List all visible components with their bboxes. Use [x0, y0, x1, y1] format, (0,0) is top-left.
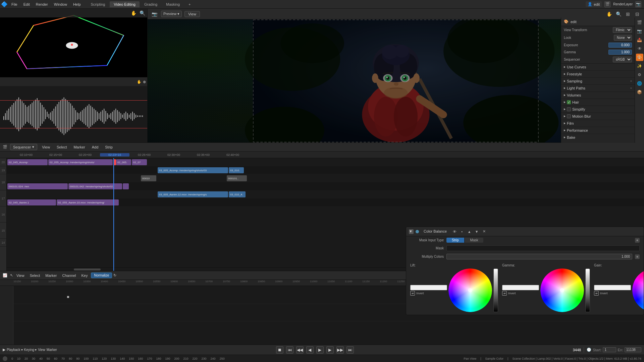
seq-menu-marker[interactable]: Marker [71, 144, 87, 150]
clip-02065[interactable]: 02_065. [116, 159, 131, 165]
preview-mode-select[interactable]: Preview ▾ [161, 11, 182, 17]
prop-icon-world[interactable]: 🌐 [636, 80, 643, 87]
motion-blur-section[interactable]: Motion Blur [561, 113, 635, 120]
cb-close-btn[interactable]: ✕ [481, 229, 487, 235]
status-mode-btn[interactable] [3, 356, 7, 361]
scene-icon[interactable]: 🎬 [604, 1, 610, 7]
prop-icon-physics[interactable]: ⚙ [636, 71, 643, 78]
freestyle-section[interactable]: Freestyle [561, 70, 635, 77]
tab-video-editing[interactable]: Video Editing [110, 1, 140, 7]
tab-masking[interactable]: Masking [162, 1, 184, 7]
light-paths-section[interactable]: Light Paths ≡ [561, 84, 635, 92]
preview-settings-icon[interactable]: ⊞ [624, 10, 632, 18]
prop-icon-particles[interactable]: ✨ [636, 62, 643, 70]
tab-add[interactable]: + [184, 1, 195, 7]
tab-scripting[interactable]: Scripting [87, 1, 109, 7]
sequencer-select[interactable]: sRGB [613, 57, 632, 62]
playback-dropdown[interactable]: Playback▾ [7, 348, 23, 352]
preview-camera-icon[interactable]: 📷 [150, 10, 158, 18]
graph-cursor-icon[interactable]: ↖ [10, 273, 13, 278]
cb-collapse-btn[interactable]: ▼ [409, 229, 414, 234]
menu-file[interactable]: File [9, 2, 20, 7]
prop-icon-view[interactable]: 👁 [636, 45, 643, 52]
graph-refresh-icon[interactable]: ↻ [113, 273, 116, 278]
cb-gain-value-input[interactable] [594, 285, 631, 290]
stop-btn[interactable]: ⏹ [276, 346, 283, 354]
viewport-move-icon[interactable]: ✋ [130, 9, 137, 17]
cb-mask-btn[interactable]: Mask [465, 238, 484, 243]
seq-menu-select[interactable]: Select [55, 144, 69, 150]
graph-menu-channel[interactable]: Channel [60, 273, 78, 278]
clip-02045-aanim[interactable]: 02_045_Aanim.1 [7, 199, 56, 205]
graph-menu-view[interactable]: View [14, 273, 26, 278]
keying-dropdown[interactable]: Keying▾ [24, 348, 37, 352]
graph-menu-marker[interactable]: Marker [43, 273, 59, 278]
menu-window[interactable]: Window [51, 2, 70, 7]
playback-view[interactable]: View [38, 348, 45, 352]
cb-gamma-value-input[interactable] [502, 285, 539, 290]
menu-help[interactable]: Help [70, 2, 84, 7]
waveform-zoom-icon[interactable]: ⊕ [143, 80, 146, 84]
seq-menu-add[interactable]: Add [90, 144, 101, 150]
clip-02055-aanim[interactable]: 02_055_Aanim.10.mov: /render/spring/ [57, 199, 119, 205]
cb-gain-wheel[interactable] [632, 268, 644, 312]
cb-up-btn[interactable]: ▲ [466, 229, 472, 235]
next-frame-btn[interactable]: ▶▶ [336, 346, 344, 354]
hair-checkbox[interactable]: ✓ [567, 100, 571, 104]
prop-icon-scene[interactable]: 🎬 [636, 19, 643, 26]
simplify-section[interactable]: Simplify [561, 106, 635, 113]
next-single-btn[interactable]: ▶ [326, 346, 334, 354]
prop-icon-object[interactable]: 📦 [636, 88, 643, 96]
sampling-section[interactable]: Sampling ≡ [561, 77, 635, 84]
film-section[interactable]: Film [561, 120, 635, 127]
play-btn-main[interactable]: ▶ [316, 346, 324, 354]
preview-render-icon[interactable]: ⊟ [633, 10, 641, 18]
prop-icon-color[interactable]: 🎨 [636, 54, 643, 61]
render-layer-icon[interactable]: 📷 [635, 1, 641, 7]
menu-edit[interactable]: Edit [21, 2, 33, 7]
volumes-section[interactable]: Volumes [561, 92, 635, 99]
cb-strip-btn[interactable]: Strip [446, 238, 464, 243]
cb-mask-input[interactable] [446, 245, 640, 251]
playback-icon[interactable]: ▶ [3, 348, 5, 352]
motion-blur-checkbox[interactable] [567, 114, 571, 118]
normalize-button[interactable]: Normalize [91, 273, 112, 278]
clip-000101[interactable]: 000101.. [227, 175, 247, 181]
seq-menu-strip[interactable]: Strip [103, 144, 115, 150]
use-curves-section[interactable]: Use Curves [561, 63, 635, 70]
waveform-move-icon[interactable]: ✋ [137, 80, 142, 84]
clip-000101-042[interactable]: 000101.042: /render/spring/shots/02. [68, 183, 122, 189]
cb-lift-value-input[interactable] [410, 285, 447, 290]
clip-00010[interactable]: 00010 [141, 175, 156, 181]
sequencer-label-btn[interactable]: Sequencer ▾ [10, 144, 37, 150]
prop-icon-output[interactable]: 📤 [636, 36, 643, 44]
cb-gamma-wheel[interactable] [540, 268, 584, 312]
hair-section[interactable]: ✓ Hair [561, 99, 635, 106]
user-button[interactable]: 👤 edit [586, 1, 602, 7]
jump-start-btn[interactable]: ⏮ [286, 346, 293, 354]
viewport-zoom-icon[interactable]: 🔍 [139, 9, 146, 17]
cb-dot-btn[interactable]: • [459, 229, 465, 235]
cb-lift-bar[interactable] [493, 268, 498, 312]
seq-icon[interactable]: 🎬 [3, 145, 7, 149]
clip-03010-a[interactable]: 03_010_A [229, 191, 246, 197]
jump-end-btn[interactable]: ⏭ [346, 346, 354, 354]
cb-gamma-invert-btn[interactable]: ⇄ Invert [502, 291, 539, 296]
prev-frame-btn[interactable]: ◀◀ [296, 346, 304, 354]
playback-marker[interactable]: Marker [47, 348, 57, 352]
clip-small[interactable] [123, 183, 129, 189]
seq-menu-view[interactable]: View [40, 144, 52, 150]
seq-scrollbar-thumb[interactable] [74, 268, 101, 270]
clip-02045-acomp[interactable]: 02_045_Acomp: [7, 159, 48, 165]
cb-multiply-settings[interactable]: ≡ [635, 254, 640, 259]
menu-render[interactable]: Render [33, 2, 51, 7]
bake-section[interactable]: Bake [561, 134, 635, 141]
exposure-input[interactable]: 0.000 [608, 43, 632, 48]
clip-0207[interactable]: 02_07 [132, 159, 147, 165]
start-frame-input[interactable]: 1 [603, 347, 616, 352]
graph-icon[interactable]: 📈 [3, 273, 7, 278]
graph-menu-key[interactable]: Key [79, 273, 90, 278]
simplify-checkbox[interactable] [567, 107, 571, 111]
cb-down-btn[interactable]: ▼ [474, 229, 480, 235]
cb-gain-invert-btn[interactable]: ⇄ Invert [594, 291, 631, 296]
